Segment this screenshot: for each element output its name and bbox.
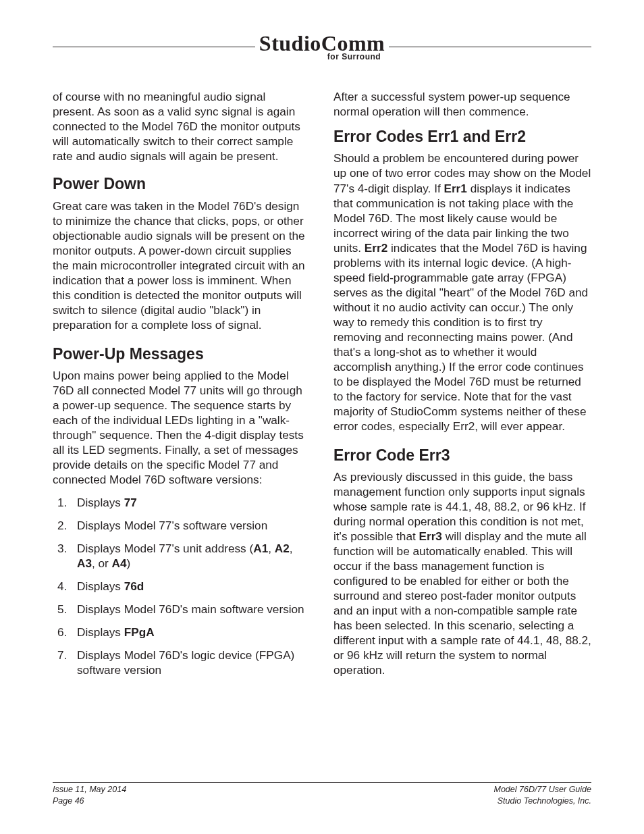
- list-item: Displays Model 77's software version: [70, 518, 311, 533]
- intro-continuation: of course with no meaningful audio signa…: [53, 89, 311, 163]
- header-rule-left: [53, 47, 255, 47]
- paragraph-err1-err2: Should a problem be encountered during p…: [333, 151, 591, 433]
- powerup-sequence-list: Displays 77 Displays Model 77's software…: [53, 495, 311, 677]
- logo-main: StudioComm: [259, 32, 385, 54]
- list-item: Displays Model 77's unit address (A1, A2…: [70, 541, 311, 571]
- logo: StudioComm for Surround: [255, 32, 389, 61]
- footer-left: Issue 11, May 2014 Page 46: [53, 784, 126, 807]
- heading-err3: Error Code Err3: [333, 446, 591, 465]
- list-item: Displays 76d: [70, 579, 311, 594]
- list-item: Displays FPgA: [70, 625, 311, 640]
- right-column: After a successful system power-up seque…: [333, 89, 591, 685]
- paragraph-after-powerup: After a successful system power-up seque…: [333, 89, 591, 119]
- left-column: of course with no meaningful audio signa…: [53, 89, 311, 685]
- header-rule-right: [389, 47, 591, 47]
- heading-err1-err2: Error Codes Err1 and Err2: [333, 127, 591, 147]
- footer-company: Studio Technologies, Inc.: [493, 796, 591, 807]
- list-item: Displays 77: [70, 495, 311, 510]
- footer-issue: Issue 11, May 2014: [53, 784, 126, 796]
- content-columns: of course with no meaningful audio signa…: [53, 89, 591, 685]
- heading-power-down: Power Down: [53, 174, 311, 194]
- footer-page: Page 46: [53, 796, 126, 807]
- list-item: Displays Model 76D's main software versi…: [70, 602, 311, 617]
- footer-guide: Model 76D/77 User Guide: [493, 784, 591, 796]
- heading-power-up: Power-Up Messages: [53, 344, 311, 364]
- paragraph-err3: As previously discussed in this guide, t…: [333, 469, 591, 677]
- page-header: StudioComm for Surround: [53, 32, 591, 61]
- footer-right: Model 76D/77 User Guide Studio Technolog…: [493, 784, 591, 807]
- footer-rule: [53, 782, 591, 783]
- page: StudioComm for Surround of course with n…: [0, 0, 644, 834]
- paragraph-power-down: Great care was taken in the Model 76D's …: [53, 199, 311, 332]
- list-item: Displays Model 76D's logic device (FPGA)…: [70, 648, 311, 677]
- page-footer: Issue 11, May 2014 Page 46 Model 76D/77 …: [53, 782, 591, 807]
- paragraph-power-up: Upon mains power being applied to the Mo…: [53, 368, 311, 487]
